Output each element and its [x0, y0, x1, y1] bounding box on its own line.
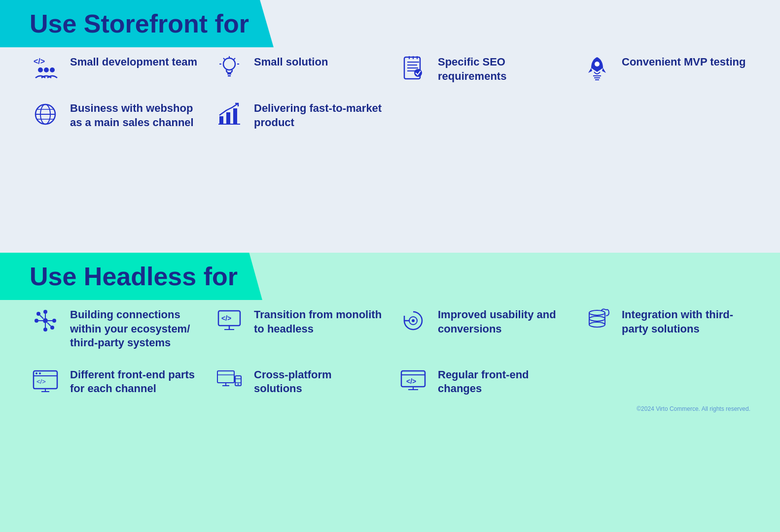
item-frontend-parts-label: Different front-end parts for each chann… [70, 365, 199, 396]
headless-row1: Building connections within your ecosyst… [30, 300, 750, 355]
placeholder-h4 [581, 365, 750, 397]
item-small-solution: Small solution [213, 52, 383, 84]
placeholder-4 [581, 99, 750, 130]
frontend-code-icon: </> [30, 365, 61, 397]
svg-rect-32 [233, 108, 237, 124]
svg-text:</>: </> [36, 378, 46, 385]
svg-point-17 [414, 69, 422, 77]
network-icon [30, 305, 61, 336]
item-cross-platform: Cross-platform solutions [213, 365, 383, 397]
svg-text:</>: </> [221, 314, 231, 322]
storefront-title: Use Storefront for [30, 9, 249, 38]
svg-point-4 [223, 58, 235, 70]
seo-doc-icon [397, 52, 429, 84]
code-team-icon: </> [30, 52, 61, 84]
headless-banner: Use Headless for [0, 253, 262, 300]
item-usability-label: Improved usability and conversions [438, 305, 567, 336]
monitor-code2-icon: </> [397, 365, 429, 397]
item-seo: Specific SEO requirements [397, 52, 567, 84]
placeholder-3 [397, 99, 567, 130]
headless-section: Use Headless for [0, 253, 780, 532]
item-webshop: Business with webshop as a main sales ch… [30, 99, 199, 130]
database-cloud-icon [581, 305, 613, 336]
svg-point-39 [36, 312, 40, 316]
svg-point-37 [43, 310, 47, 314]
svg-point-35 [35, 319, 38, 323]
item-cross-platform-label: Cross-platform solutions [254, 365, 383, 396]
item-mvp: Convenient MVP testing [581, 52, 750, 84]
item-small-dev-team-label: Small development team [70, 52, 197, 69]
chart-up-icon [213, 99, 245, 130]
svg-line-45 [40, 315, 43, 319]
svg-point-3 [50, 67, 55, 72]
item-ecosystem: Building connections within your ecosyst… [30, 305, 199, 350]
storefront-section: Use Storefront for </> Small development… [0, 0, 780, 253]
svg-rect-31 [226, 112, 230, 124]
svg-point-53 [589, 310, 605, 315]
svg-point-59 [589, 322, 605, 327]
item-seo-label: Specific SEO requirements [438, 52, 567, 83]
item-frontend-changes-label: Regular front-end changes [438, 365, 567, 396]
item-frontend-parts: </> Different front-end parts for each c… [30, 365, 199, 397]
headless-row2: </> Different front-end parts for each c… [30, 360, 750, 401]
svg-line-11 [223, 58, 225, 60]
item-integration-label: Integration with third-party solutions [622, 305, 750, 336]
svg-point-75 [238, 383, 239, 385]
item-monolith-label: Transition from monolith to headless [254, 305, 383, 336]
svg-point-34 [43, 318, 48, 323]
item-mvp-label: Convenient MVP testing [622, 52, 745, 69]
item-webshop-label: Business with webshop as a main sales ch… [70, 99, 199, 130]
svg-point-63 [39, 372, 41, 374]
monitor-code-icon: </> [213, 305, 245, 336]
storefront-banner: Use Storefront for [0, 0, 274, 47]
svg-point-52 [412, 319, 415, 322]
globe-icon [30, 99, 61, 130]
copyright-text: ©2024 Virto Commerce. All rights reserve… [30, 401, 750, 414]
svg-point-56 [589, 316, 605, 321]
rocket-icon [581, 52, 613, 84]
svg-point-21 [595, 62, 600, 66]
storefront-row2: Business with webshop as a main sales ch… [30, 94, 750, 135]
svg-rect-68 [217, 371, 234, 383]
item-small-solution-label: Small solution [254, 52, 328, 69]
item-small-dev-team: </> Small development team [30, 52, 199, 84]
item-fast-market-label: Delivering fast-to-market product [254, 99, 383, 130]
headless-title: Use Headless for [30, 262, 238, 291]
gear-refresh-icon [397, 305, 429, 336]
svg-point-62 [35, 372, 37, 374]
svg-line-46 [47, 323, 51, 326]
item-fast-market: Delivering fast-to-market product [213, 99, 383, 130]
item-frontend-changes: </> Regular front-end changes [397, 365, 567, 397]
svg-point-1 [38, 67, 43, 72]
svg-point-2 [44, 67, 49, 72]
item-integration: Integration with third-party solutions [581, 305, 750, 350]
lightbulb-icon [213, 52, 245, 84]
svg-point-40 [50, 326, 54, 330]
svg-line-10 [234, 58, 235, 60]
svg-text:</>: </> [34, 57, 45, 66]
item-monolith: </> Transition from monolith to headless [213, 305, 383, 350]
item-ecosystem-label: Building connections within your ecosyst… [70, 305, 199, 350]
storefront-row1: </> Small development team [30, 47, 750, 89]
svg-point-36 [52, 319, 56, 323]
svg-point-38 [43, 328, 47, 332]
item-usability: Improved usability and conversions [397, 305, 567, 350]
svg-rect-30 [219, 116, 223, 124]
svg-text:</>: </> [406, 377, 416, 385]
devices-icon [213, 365, 245, 397]
